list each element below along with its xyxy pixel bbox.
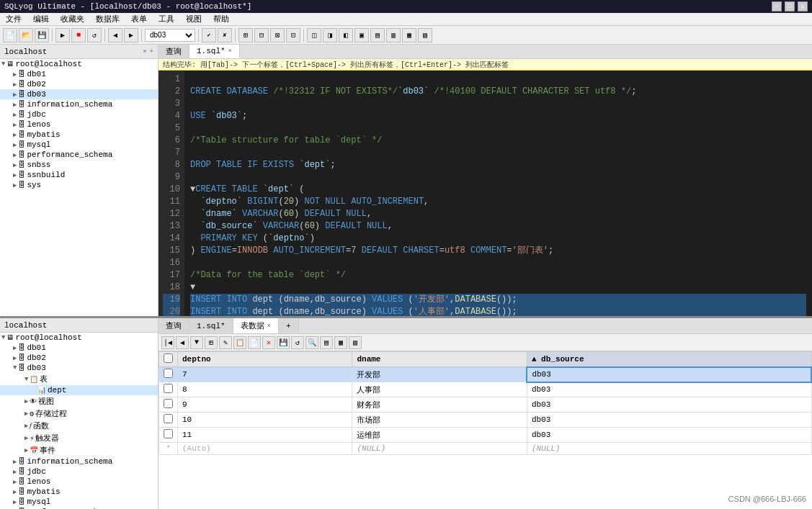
result-tab-sql[interactable]: 1.sql* [189,318,233,333]
toggle-funcs[interactable]: ▶ [24,422,28,430]
menu-database[interactable]: 数据库 [93,14,122,24]
tree-lenos2[interactable]: ▶ 🗄 lenos [0,477,158,487]
toggle-root[interactable]: ▼ [1,60,5,68]
tree-views-group[interactable]: ▶ 👁 视图 [0,395,158,407]
tree-mysql[interactable]: ▶ 🗄 mysql [0,140,158,150]
code-editor[interactable]: 12345 678910 1112131415 161718 19 20 21 … [159,71,812,316]
menu-tools[interactable]: 工具 [156,14,177,24]
btm-btn2[interactable]: ◀ [176,336,189,349]
restore-btn[interactable]: □ [785,1,795,12]
tree-perf[interactable]: ▶ 🗄 performance_schema [0,150,158,160]
btm-dropdown[interactable]: ▼ [190,336,203,349]
tree-db02b[interactable]: ▶ 🗄 db02 [0,353,158,363]
toggle-snbss[interactable]: ▶ [13,161,17,169]
table-row[interactable]: 11 运维部 db03 [159,428,812,443]
db-selector[interactable]: db03 [145,29,195,42]
tree-jdbc[interactable]: ▶ 🗄 jdbc [0,109,158,120]
tabledata-close-btn[interactable]: × [267,323,271,330]
forward-btn[interactable]: ▶ [124,28,138,42]
code-content[interactable]: CREATE DATABASE /*!32312 IF NOT EXISTS*/… [184,71,812,316]
btn2[interactable]: ⊟ [254,28,269,42]
toggle-mysql[interactable]: ▶ [13,141,17,149]
row5-checkbox[interactable] [159,428,178,443]
toggle-perf[interactable]: ▶ [13,151,17,159]
table-row[interactable]: 9 财务部 db03 [159,397,812,413]
btn11[interactable]: ▦ [402,28,416,42]
btn12[interactable]: ▧ [418,28,432,42]
result-tab-query[interactable]: 查询 [159,318,189,333]
minimize-btn[interactable]: ─ [772,1,782,12]
tree-db02[interactable]: ▶ 🗄 db02 [0,79,158,89]
row2-checkbox[interactable] [159,382,178,397]
btm-btn4[interactable]: ✎ [219,336,232,349]
toggle-mysql2[interactable]: ▶ [13,498,17,506]
toggle-lenos2[interactable]: ▶ [13,478,17,486]
toggle-lenos[interactable]: ▶ [13,121,17,129]
tree-root[interactable]: ▼ 🖥 root@localhost [0,59,158,69]
back-btn[interactable]: ◀ [108,28,122,42]
toggle-jdbc[interactable]: ▶ [13,111,17,119]
toggle-views[interactable]: ▶ [24,397,28,405]
toggle-procs[interactable]: ▶ [24,410,28,418]
toggle-root2[interactable]: ▼ [1,334,5,341]
toggle-mybatis[interactable]: ▶ [13,131,17,139]
col-dbsource[interactable]: ▲ db_source [527,352,811,367]
toggle-db02[interactable]: ▶ [13,81,17,89]
toggle-sys[interactable]: ▶ [13,181,17,189]
tree-procs-group[interactable]: ▶ ⚙ 存储过程 [0,407,158,420]
toggle-info2[interactable]: ▶ [13,458,17,466]
toggle-db02b[interactable]: ▶ [13,354,17,362]
toggle-tables[interactable]: ▼ [24,376,28,383]
tree-funcs-group[interactable]: ▶ 𝑓 函数 [0,420,158,432]
col-dname[interactable]: dname [352,352,527,367]
close-btn[interactable]: ✕ [798,1,808,12]
btn4[interactable]: ⊡ [286,28,300,42]
stop-btn[interactable]: ■ [71,28,86,42]
btn6[interactable]: ◨ [323,28,337,42]
result-tab-add[interactable]: + [279,318,299,333]
toggle-events[interactable]: ▶ [24,446,28,454]
tab-query[interactable]: 查询 [159,45,189,58]
btn10[interactable]: ▥ [386,28,401,42]
row1-dbsource[interactable]: db03 [527,367,811,382]
select-all-checkbox[interactable] [164,353,173,363]
btm-btn1[interactable]: |◀ [161,336,174,349]
tab-sql-close[interactable]: × [228,48,232,55]
toggle-db01[interactable]: ▶ [13,71,17,78]
tree-sys[interactable]: ▶ 🗄 sys [0,180,158,190]
toggle-mybatis2[interactable]: ▶ [13,488,17,496]
tree-snbss[interactable]: ▶ 🗄 snbss [0,160,158,170]
tree-root2[interactable]: ▼ 🖥 root@localhost [0,333,158,343]
menu-edit[interactable]: 编辑 [30,14,52,24]
btm-btn7[interactable]: ✕ [262,336,275,349]
open-btn[interactable]: 📂 [19,28,33,42]
menu-help[interactable]: 帮助 [210,14,232,24]
result-tab-tabledata[interactable]: 表数据 × [233,318,279,333]
toggle-db03b[interactable]: ▼ [13,364,17,371]
table-row[interactable]: 10 市场部 db03 [159,413,812,428]
tree-events-group[interactable]: ▶ 📅 事件 [0,444,158,456]
btm-btn8[interactable]: 💾 [277,336,290,349]
toggle-info[interactable]: ▶ [13,101,17,109]
row4-checkbox[interactable] [159,413,178,428]
tree-db01[interactable]: ▶ 🗄 db01 [0,69,158,79]
table-row[interactable]: 7 开发部 db03 [159,367,812,382]
menu-favorites[interactable]: 收藏夹 [58,14,87,24]
sidebar-close-btn[interactable]: × [143,48,146,55]
btn5[interactable]: ◫ [307,28,321,42]
btm-btn10[interactable]: 🔍 [305,336,318,349]
tree-mysql2[interactable]: ▶ 🗄 mysql [0,497,158,507]
menu-view[interactable]: 视图 [183,14,205,24]
btn8[interactable]: ▣ [354,28,369,42]
btm-btn13[interactable]: ▧ [349,336,362,349]
col-checkbox[interactable] [159,352,178,367]
btn3[interactable]: ⊠ [270,28,285,42]
toggle-jdbc2[interactable]: ▶ [13,468,17,476]
tree-jdbc2[interactable]: ▶ 🗄 jdbc [0,467,158,477]
tree-db01b[interactable]: ▶ 🗄 db01 [0,343,158,353]
tree-lenos[interactable]: ▶ 🗄 lenos [0,120,158,130]
toggle-db03[interactable]: ▶ [13,91,17,99]
btm-btn9[interactable]: ↺ [291,336,304,349]
tree-info-schema[interactable]: ▶ 🗄 information_schema [0,99,158,109]
btm-btn12[interactable]: ▦ [334,336,347,349]
